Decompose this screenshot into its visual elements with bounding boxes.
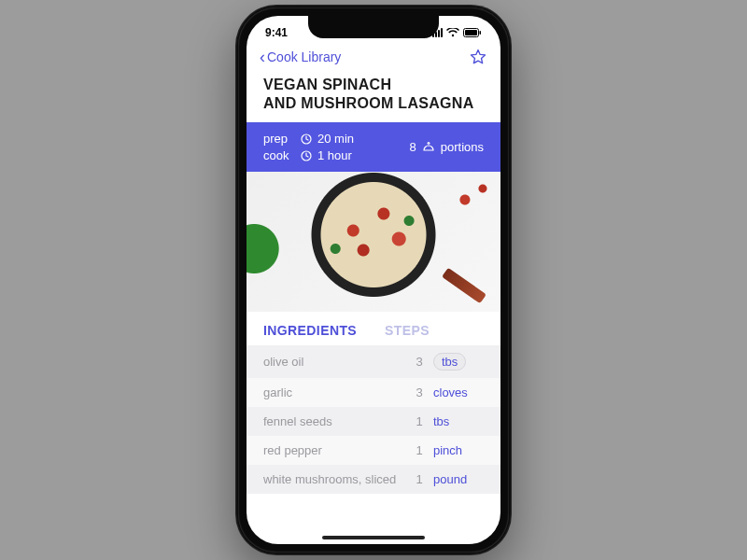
ingredient-qty: 1 [405,443,433,457]
battery-icon [463,28,482,37]
ingredient-unit[interactable]: pound [433,472,484,486]
ingredient-unit[interactable]: pinch [433,443,484,457]
bell-icon [422,141,435,154]
recipe-meta-bar: prep 20 min cook 1 hour 8 portions [247,122,500,172]
tab-steps[interactable]: STEPS [385,323,430,338]
ingredient-name: garlic [263,385,405,399]
back-label: Cook Library [267,49,341,64]
ingredient-row: garlic3cloves [247,378,500,407]
clock-icon [301,133,312,145]
ingredient-row: white mushrooms, sliced1pound [247,465,500,494]
detail-tabs: INGREDIENTS STEPS [247,312,500,345]
tab-ingredients[interactable]: INGREDIENTS [263,323,357,338]
ingredient-row: olive oil3tbs [247,345,500,378]
ingredient-name: fennel seeds [263,414,405,428]
portions: 8 portions [410,132,484,162]
nav-bar: ‹ Cook Library [247,44,500,74]
home-indicator[interactable] [322,536,425,539]
svg-rect-1 [465,30,477,35]
chevron-left-icon: ‹ [260,49,265,65]
ingredient-unit[interactable]: tbs [433,414,484,428]
ingredient-qty: 1 [405,472,433,486]
recipe-title: VEGAN SPINACH AND MUSHROOM LASAGNA [247,74,500,122]
title-line-2: AND MUSHROOM LASAGNA [263,94,484,113]
ingredient-qty: 3 [405,355,433,369]
ingredient-qty: 1 [405,414,433,428]
clock-icon [301,150,312,161]
back-button[interactable]: ‹ Cook Library [260,49,341,65]
cook-time: cook 1 hour [263,148,354,162]
ingredient-unit[interactable]: cloves [433,385,484,399]
ingredient-row: red pepper1pinch [247,436,500,465]
ingredient-row: fennel seeds1tbs [247,407,500,436]
ingredient-name: white mushrooms, sliced [263,472,405,486]
status-time: 9:41 [265,26,288,39]
title-line-1: VEGAN SPINACH [263,76,484,94]
status-indicators [432,28,482,37]
notch [308,16,439,38]
favorite-button[interactable] [469,48,487,66]
ingredient-name: red pepper [263,443,405,457]
screen: 9:41 ‹ Cook Library VEGAN SPINACH AND MU… [247,16,500,544]
phone-frame: 9:41 ‹ Cook Library VEGAN SPINACH AND MU… [235,5,512,555]
wifi-icon [446,28,459,37]
ingredient-qty: 3 [405,385,433,399]
recipe-photo [247,172,500,312]
ingredients-list: olive oil3tbsgarlic3clovesfennel seeds1t… [247,345,500,494]
svg-rect-2 [480,31,482,35]
prep-time: prep 20 min [263,132,354,146]
ingredient-unit[interactable]: tbs [433,353,484,371]
ingredient-name: olive oil [263,355,405,369]
